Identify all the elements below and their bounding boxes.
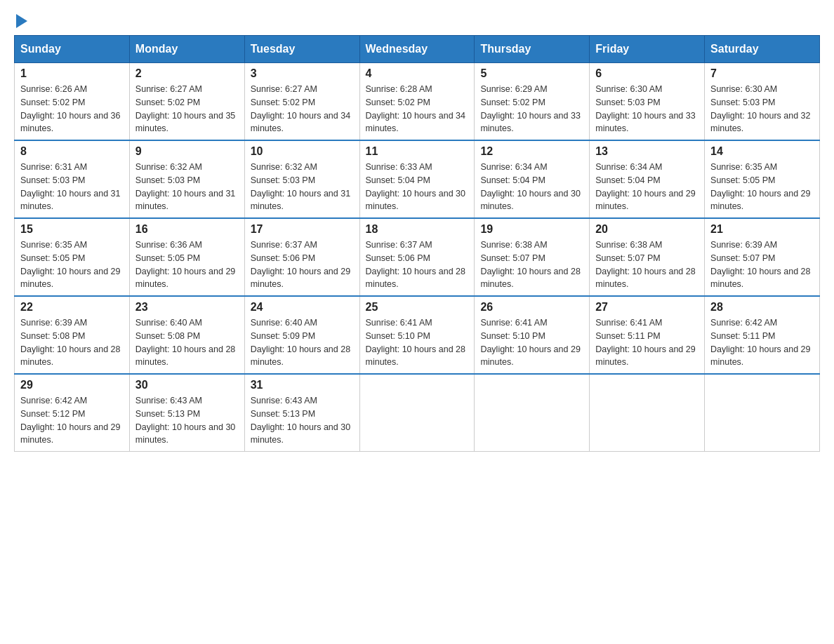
- day-info: Sunrise: 6:38 AMSunset: 5:07 PMDaylight:…: [595, 239, 699, 291]
- day-number: 29: [20, 379, 124, 391]
- calendar-cell: 21Sunrise: 6:39 AMSunset: 5:07 PMDayligh…: [705, 218, 820, 296]
- logo: [14, 14, 27, 28]
- calendar-cell: 17Sunrise: 6:37 AMSunset: 5:06 PMDayligh…: [244, 218, 359, 296]
- calendar-week-row: 1Sunrise: 6:26 AMSunset: 5:02 PMDaylight…: [15, 63, 820, 141]
- day-info: Sunrise: 6:41 AMSunset: 5:11 PMDaylight:…: [595, 316, 699, 369]
- day-number: 15: [20, 223, 124, 236]
- calendar-cell: 27Sunrise: 6:41 AMSunset: 5:11 PMDayligh…: [590, 296, 705, 374]
- day-number: 7: [710, 67, 814, 80]
- page-header: [14, 14, 820, 28]
- calendar-cell: 19Sunrise: 6:38 AMSunset: 5:07 PMDayligh…: [475, 218, 590, 296]
- calendar-day-header: Saturday: [705, 36, 820, 63]
- day-info: Sunrise: 6:34 AMSunset: 5:04 PMDaylight:…: [480, 161, 583, 213]
- logo-arrow-icon: [16, 14, 27, 28]
- calendar-day-header: Friday: [590, 36, 705, 63]
- day-number: 11: [366, 145, 469, 158]
- calendar-cell: 30Sunrise: 6:43 AMSunset: 5:13 PMDayligh…: [129, 374, 244, 452]
- day-info: Sunrise: 6:41 AMSunset: 5:10 PMDaylight:…: [366, 316, 469, 369]
- day-info: Sunrise: 6:32 AMSunset: 5:03 PMDaylight:…: [251, 161, 354, 213]
- day-number: 5: [480, 67, 583, 80]
- day-info: Sunrise: 6:37 AMSunset: 5:06 PMDaylight:…: [366, 239, 469, 291]
- day-number: 16: [135, 223, 239, 236]
- calendar-day-header: Tuesday: [244, 36, 359, 63]
- day-number: 27: [595, 301, 699, 314]
- calendar-cell: 3Sunrise: 6:27 AMSunset: 5:02 PMDaylight…: [244, 63, 359, 141]
- calendar-cell: [475, 374, 590, 452]
- day-number: 31: [251, 379, 354, 391]
- calendar-cell: 23Sunrise: 6:40 AMSunset: 5:08 PMDayligh…: [129, 296, 244, 374]
- day-number: 12: [480, 145, 583, 158]
- day-number: 10: [251, 145, 354, 158]
- calendar-cell: 22Sunrise: 6:39 AMSunset: 5:08 PMDayligh…: [15, 296, 130, 374]
- day-info: Sunrise: 6:27 AMSunset: 5:02 PMDaylight:…: [251, 83, 354, 135]
- calendar-cell: 24Sunrise: 6:40 AMSunset: 5:09 PMDayligh…: [244, 296, 359, 374]
- calendar-cell: [705, 374, 820, 452]
- calendar-cell: 10Sunrise: 6:32 AMSunset: 5:03 PMDayligh…: [244, 140, 359, 218]
- calendar-cell: 8Sunrise: 6:31 AMSunset: 5:03 PMDaylight…: [15, 140, 130, 218]
- calendar-cell: 1Sunrise: 6:26 AMSunset: 5:02 PMDaylight…: [15, 63, 130, 141]
- calendar-cell: 9Sunrise: 6:32 AMSunset: 5:03 PMDaylight…: [129, 140, 244, 218]
- day-info: Sunrise: 6:31 AMSunset: 5:03 PMDaylight:…: [20, 161, 124, 213]
- calendar-cell: 13Sunrise: 6:34 AMSunset: 5:04 PMDayligh…: [590, 140, 705, 218]
- day-info: Sunrise: 6:29 AMSunset: 5:02 PMDaylight:…: [480, 83, 583, 135]
- day-info: Sunrise: 6:34 AMSunset: 5:04 PMDaylight:…: [595, 161, 699, 213]
- day-info: Sunrise: 6:28 AMSunset: 5:02 PMDaylight:…: [366, 83, 469, 135]
- day-number: 20: [595, 223, 699, 236]
- day-info: Sunrise: 6:41 AMSunset: 5:10 PMDaylight:…: [480, 316, 583, 369]
- day-info: Sunrise: 6:35 AMSunset: 5:05 PMDaylight:…: [710, 161, 814, 213]
- calendar-cell: 5Sunrise: 6:29 AMSunset: 5:02 PMDaylight…: [475, 63, 590, 141]
- day-number: 13: [595, 145, 699, 158]
- day-number: 6: [595, 67, 699, 80]
- calendar-cell: 28Sunrise: 6:42 AMSunset: 5:11 PMDayligh…: [705, 296, 820, 374]
- calendar-day-header: Wednesday: [359, 36, 475, 63]
- day-info: Sunrise: 6:30 AMSunset: 5:03 PMDaylight:…: [710, 83, 814, 135]
- day-info: Sunrise: 6:42 AMSunset: 5:12 PMDaylight:…: [20, 394, 124, 447]
- day-info: Sunrise: 6:42 AMSunset: 5:11 PMDaylight:…: [710, 316, 814, 369]
- calendar-cell: [359, 374, 475, 452]
- calendar-cell: 25Sunrise: 6:41 AMSunset: 5:10 PMDayligh…: [359, 296, 475, 374]
- calendar-table: SundayMondayTuesdayWednesdayThursdayFrid…: [14, 35, 820, 452]
- calendar-cell: 11Sunrise: 6:33 AMSunset: 5:04 PMDayligh…: [359, 140, 475, 218]
- day-number: 23: [135, 301, 239, 314]
- day-number: 26: [480, 301, 583, 314]
- day-number: 30: [135, 379, 239, 391]
- calendar-cell: 20Sunrise: 6:38 AMSunset: 5:07 PMDayligh…: [590, 218, 705, 296]
- day-info: Sunrise: 6:39 AMSunset: 5:07 PMDaylight:…: [710, 239, 814, 291]
- calendar-day-header: Thursday: [475, 36, 590, 63]
- calendar-cell: 12Sunrise: 6:34 AMSunset: 5:04 PMDayligh…: [475, 140, 590, 218]
- calendar-week-row: 22Sunrise: 6:39 AMSunset: 5:08 PMDayligh…: [15, 296, 820, 374]
- calendar-cell: 18Sunrise: 6:37 AMSunset: 5:06 PMDayligh…: [359, 218, 475, 296]
- calendar-cell: 16Sunrise: 6:36 AMSunset: 5:05 PMDayligh…: [129, 218, 244, 296]
- day-info: Sunrise: 6:40 AMSunset: 5:08 PMDaylight:…: [135, 316, 239, 369]
- day-info: Sunrise: 6:38 AMSunset: 5:07 PMDaylight:…: [480, 239, 583, 291]
- day-number: 18: [366, 223, 469, 236]
- day-number: 25: [366, 301, 469, 314]
- calendar-cell: 14Sunrise: 6:35 AMSunset: 5:05 PMDayligh…: [705, 140, 820, 218]
- day-number: 2: [135, 67, 239, 80]
- day-number: 9: [135, 145, 239, 158]
- day-info: Sunrise: 6:26 AMSunset: 5:02 PMDaylight:…: [20, 83, 124, 135]
- calendar-day-header: Sunday: [15, 36, 130, 63]
- calendar-week-row: 8Sunrise: 6:31 AMSunset: 5:03 PMDaylight…: [15, 140, 820, 218]
- day-info: Sunrise: 6:43 AMSunset: 5:13 PMDaylight:…: [251, 394, 354, 447]
- day-info: Sunrise: 6:35 AMSunset: 5:05 PMDaylight:…: [20, 239, 124, 291]
- calendar-cell: 31Sunrise: 6:43 AMSunset: 5:13 PMDayligh…: [244, 374, 359, 452]
- day-info: Sunrise: 6:36 AMSunset: 5:05 PMDaylight:…: [135, 239, 239, 291]
- day-info: Sunrise: 6:40 AMSunset: 5:09 PMDaylight:…: [251, 316, 354, 369]
- day-info: Sunrise: 6:30 AMSunset: 5:03 PMDaylight:…: [595, 83, 699, 135]
- calendar-cell: 15Sunrise: 6:35 AMSunset: 5:05 PMDayligh…: [15, 218, 130, 296]
- calendar-day-header: Monday: [129, 36, 244, 63]
- day-number: 17: [251, 223, 354, 236]
- day-number: 3: [251, 67, 354, 80]
- calendar-cell: 2Sunrise: 6:27 AMSunset: 5:02 PMDaylight…: [129, 63, 244, 141]
- calendar-week-row: 29Sunrise: 6:42 AMSunset: 5:12 PMDayligh…: [15, 374, 820, 452]
- day-info: Sunrise: 6:37 AMSunset: 5:06 PMDaylight:…: [251, 239, 354, 291]
- day-number: 14: [710, 145, 814, 158]
- calendar-cell: 7Sunrise: 6:30 AMSunset: 5:03 PMDaylight…: [705, 63, 820, 141]
- day-number: 22: [20, 301, 124, 314]
- calendar-header-row: SundayMondayTuesdayWednesdayThursdayFrid…: [15, 36, 820, 63]
- day-number: 8: [20, 145, 124, 158]
- calendar-cell: [590, 374, 705, 452]
- day-number: 21: [710, 223, 814, 236]
- day-info: Sunrise: 6:27 AMSunset: 5:02 PMDaylight:…: [135, 83, 239, 135]
